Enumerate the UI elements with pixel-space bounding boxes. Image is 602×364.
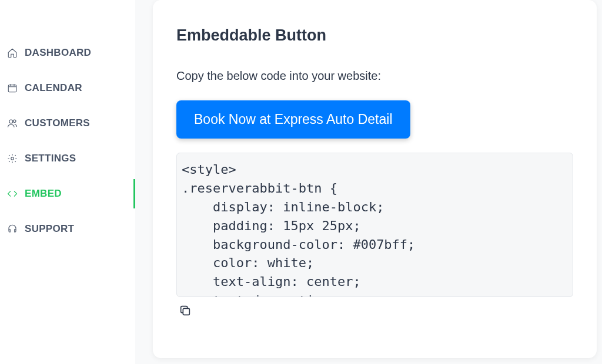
sidebar-item-customers[interactable]: Customers (0, 109, 135, 138)
sidebar-item-support[interactable]: Support (0, 214, 135, 244)
calendar-icon (7, 83, 18, 93)
sidebar-item-dashboard[interactable]: Dashboard (0, 38, 135, 68)
sidebar-item-label: Support (25, 223, 74, 235)
svg-point-2 (14, 120, 16, 123)
instruction-text: Copy the below code into your website: (176, 69, 573, 83)
sidebar-item-settings[interactable]: Settings (0, 144, 135, 173)
sidebar-item-label: Dashboard (25, 47, 91, 59)
home-icon (7, 48, 18, 58)
copy-button[interactable] (176, 302, 194, 321)
users-icon (7, 118, 18, 129)
sidebar-item-embed[interactable]: Embed (0, 179, 135, 208)
code-block[interactable]: <style> .reserverabbit-btn { display: in… (176, 153, 573, 297)
card-title: Embeddable Button (176, 26, 573, 45)
sidebar-item-label: Settings (25, 153, 76, 164)
code-icon (7, 188, 18, 199)
svg-rect-4 (183, 308, 189, 315)
main-content: Embeddable Button Copy the below code in… (135, 0, 602, 364)
embed-card: Embeddable Button Copy the below code in… (153, 0, 597, 358)
gear-icon (7, 153, 18, 164)
headset-icon (7, 224, 18, 234)
svg-rect-0 (8, 85, 16, 92)
svg-point-3 (11, 157, 14, 160)
copy-icon (179, 310, 192, 319)
sidebar: Dashboard Calendar Customers Settings Em… (0, 0, 135, 364)
book-now-button[interactable]: Book Now at Express Auto Detail (176, 100, 410, 139)
sidebar-item-label: Customers (25, 117, 90, 129)
sidebar-item-label: Calendar (25, 82, 82, 94)
svg-point-1 (9, 120, 13, 123)
sidebar-item-label: Embed (25, 188, 62, 200)
sidebar-item-calendar[interactable]: Calendar (0, 73, 135, 103)
